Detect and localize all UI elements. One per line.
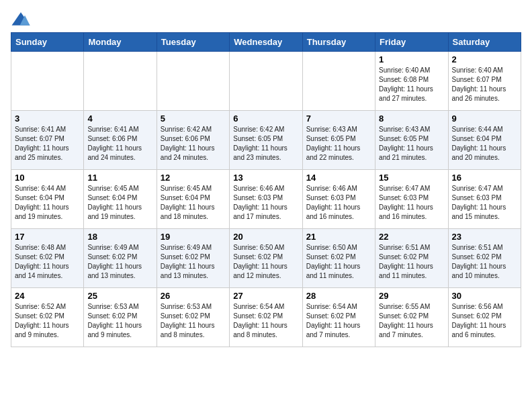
day-info: Sunrise: 6:51 AM Sunset: 6:02 PM Dayligh… (452, 243, 517, 281)
calendar-cell: 17Sunrise: 6:48 AM Sunset: 6:02 PM Dayli… (11, 229, 84, 288)
day-number: 5 (161, 113, 226, 124)
calendar-cell: 19Sunrise: 6:49 AM Sunset: 6:02 PM Dayli… (157, 229, 229, 288)
day-info: Sunrise: 6:44 AM Sunset: 6:04 PM Dayligh… (452, 125, 517, 163)
day-info: Sunrise: 6:50 AM Sunset: 6:02 PM Dayligh… (233, 243, 298, 281)
day-number: 16 (452, 173, 517, 183)
calendar-table: SundayMondayTuesdayWednesdayThursdayFrid… (11, 32, 521, 347)
day-number: 10 (15, 173, 80, 183)
calendar-week-row: 24Sunrise: 6:52 AM Sunset: 6:02 PM Dayli… (11, 288, 521, 347)
day-info: Sunrise: 6:44 AM Sunset: 6:04 PM Dayligh… (15, 184, 80, 222)
header-sunday: Sunday (11, 33, 84, 52)
day-number: 22 (379, 232, 444, 242)
day-number: 30 (452, 291, 517, 301)
calendar-cell: 2Sunrise: 6:40 AM Sunset: 6:07 PM Daylig… (448, 52, 521, 111)
day-info: Sunrise: 6:55 AM Sunset: 6:02 PM Dayligh… (379, 302, 444, 340)
day-number: 24 (15, 291, 80, 301)
calendar-cell (302, 52, 375, 111)
calendar-week-row: 17Sunrise: 6:48 AM Sunset: 6:02 PM Dayli… (11, 229, 521, 288)
calendar-cell: 7Sunrise: 6:43 AM Sunset: 6:05 PM Daylig… (302, 111, 375, 170)
day-info: Sunrise: 6:56 AM Sunset: 6:02 PM Dayligh… (452, 302, 517, 340)
day-info: Sunrise: 6:46 AM Sunset: 6:03 PM Dayligh… (233, 184, 298, 222)
calendar-cell: 20Sunrise: 6:50 AM Sunset: 6:02 PM Dayli… (230, 229, 302, 288)
day-number: 23 (452, 232, 517, 242)
calendar-cell: 23Sunrise: 6:51 AM Sunset: 6:02 PM Dayli… (448, 229, 521, 288)
calendar-cell: 6Sunrise: 6:42 AM Sunset: 6:05 PM Daylig… (230, 111, 302, 170)
calendar-cell: 28Sunrise: 6:54 AM Sunset: 6:02 PM Dayli… (302, 288, 375, 347)
header-wednesday: Wednesday (230, 33, 302, 52)
header-thursday: Thursday (302, 33, 375, 52)
day-number: 12 (161, 173, 226, 183)
day-info: Sunrise: 6:53 AM Sunset: 6:02 PM Dayligh… (161, 302, 226, 340)
day-number: 14 (306, 173, 371, 183)
calendar-cell: 14Sunrise: 6:46 AM Sunset: 6:03 PM Dayli… (302, 170, 375, 229)
calendar-cell: 4Sunrise: 6:41 AM Sunset: 6:06 PM Daylig… (84, 111, 157, 170)
day-number: 19 (161, 232, 226, 242)
calendar-cell: 1Sunrise: 6:40 AM Sunset: 6:08 PM Daylig… (375, 52, 448, 111)
calendar-week-row: 10Sunrise: 6:44 AM Sunset: 6:04 PM Dayli… (11, 170, 521, 229)
day-info: Sunrise: 6:54 AM Sunset: 6:02 PM Dayligh… (306, 302, 371, 340)
day-number: 13 (233, 173, 298, 183)
day-number: 18 (87, 232, 152, 242)
day-info: Sunrise: 6:49 AM Sunset: 6:02 PM Dayligh… (161, 243, 226, 281)
calendar-cell: 12Sunrise: 6:45 AM Sunset: 6:04 PM Dayli… (157, 170, 229, 229)
day-info: Sunrise: 6:40 AM Sunset: 6:08 PM Dayligh… (379, 66, 444, 103)
day-info: Sunrise: 6:47 AM Sunset: 6:03 PM Dayligh… (379, 184, 444, 222)
day-info: Sunrise: 6:41 AM Sunset: 6:07 PM Dayligh… (15, 125, 80, 163)
day-info: Sunrise: 6:40 AM Sunset: 6:07 PM Dayligh… (452, 66, 517, 103)
day-number: 4 (87, 113, 152, 124)
day-info: Sunrise: 6:43 AM Sunset: 6:05 PM Dayligh… (379, 125, 444, 163)
calendar-cell: 8Sunrise: 6:43 AM Sunset: 6:05 PM Daylig… (375, 111, 448, 170)
day-info: Sunrise: 6:48 AM Sunset: 6:02 PM Dayligh… (15, 243, 80, 281)
calendar-header-row: SundayMondayTuesdayWednesdayThursdayFrid… (11, 33, 521, 52)
day-number: 8 (379, 113, 444, 124)
day-info: Sunrise: 6:50 AM Sunset: 6:02 PM Dayligh… (306, 243, 371, 281)
day-number: 9 (452, 113, 517, 124)
calendar-cell: 24Sunrise: 6:52 AM Sunset: 6:02 PM Dayli… (11, 288, 84, 347)
page-header (11, 11, 521, 27)
logo-icon (11, 11, 31, 27)
day-number: 20 (233, 232, 298, 242)
calendar-cell: 22Sunrise: 6:51 AM Sunset: 6:02 PM Dayli… (375, 229, 448, 288)
day-number: 26 (161, 291, 226, 301)
calendar-cell: 10Sunrise: 6:44 AM Sunset: 6:04 PM Dayli… (11, 170, 84, 229)
day-number: 1 (379, 54, 444, 64)
header-saturday: Saturday (448, 33, 521, 52)
calendar-cell: 5Sunrise: 6:42 AM Sunset: 6:06 PM Daylig… (157, 111, 229, 170)
day-info: Sunrise: 6:41 AM Sunset: 6:06 PM Dayligh… (87, 125, 152, 163)
calendar-cell: 9Sunrise: 6:44 AM Sunset: 6:04 PM Daylig… (448, 111, 521, 170)
calendar-cell: 25Sunrise: 6:53 AM Sunset: 6:02 PM Dayli… (84, 288, 157, 347)
day-info: Sunrise: 6:43 AM Sunset: 6:05 PM Dayligh… (306, 125, 371, 163)
calendar-cell: 13Sunrise: 6:46 AM Sunset: 6:03 PM Dayli… (230, 170, 302, 229)
day-number: 3 (15, 113, 80, 124)
day-number: 2 (452, 54, 517, 64)
day-info: Sunrise: 6:45 AM Sunset: 6:04 PM Dayligh… (161, 184, 226, 222)
day-info: Sunrise: 6:42 AM Sunset: 6:06 PM Dayligh… (161, 125, 226, 163)
calendar-cell (11, 52, 84, 111)
calendar-cell: 11Sunrise: 6:45 AM Sunset: 6:04 PM Dayli… (84, 170, 157, 229)
day-info: Sunrise: 6:42 AM Sunset: 6:05 PM Dayligh… (233, 125, 298, 163)
header-monday: Monday (84, 33, 157, 52)
calendar-cell (157, 52, 229, 111)
day-number: 28 (306, 291, 371, 301)
header-friday: Friday (375, 33, 448, 52)
day-number: 15 (379, 173, 444, 183)
calendar-cell: 27Sunrise: 6:54 AM Sunset: 6:02 PM Dayli… (230, 288, 302, 347)
calendar-week-row: 3Sunrise: 6:41 AM Sunset: 6:07 PM Daylig… (11, 111, 521, 170)
calendar-cell: 16Sunrise: 6:47 AM Sunset: 6:03 PM Dayli… (448, 170, 521, 229)
calendar-cell: 30Sunrise: 6:56 AM Sunset: 6:02 PM Dayli… (448, 288, 521, 347)
day-number: 11 (87, 173, 152, 183)
calendar-cell: 26Sunrise: 6:53 AM Sunset: 6:02 PM Dayli… (157, 288, 229, 347)
day-info: Sunrise: 6:49 AM Sunset: 6:02 PM Dayligh… (87, 243, 152, 281)
calendar-cell: 21Sunrise: 6:50 AM Sunset: 6:02 PM Dayli… (302, 229, 375, 288)
day-number: 29 (379, 291, 444, 301)
day-number: 27 (233, 291, 298, 301)
day-info: Sunrise: 6:45 AM Sunset: 6:04 PM Dayligh… (87, 184, 152, 222)
day-info: Sunrise: 6:51 AM Sunset: 6:02 PM Dayligh… (379, 243, 444, 281)
day-info: Sunrise: 6:47 AM Sunset: 6:03 PM Dayligh… (452, 184, 517, 222)
calendar-cell: 15Sunrise: 6:47 AM Sunset: 6:03 PM Dayli… (375, 170, 448, 229)
calendar-cell: 29Sunrise: 6:55 AM Sunset: 6:02 PM Dayli… (375, 288, 448, 347)
day-info: Sunrise: 6:53 AM Sunset: 6:02 PM Dayligh… (87, 302, 152, 340)
calendar-week-row: 1Sunrise: 6:40 AM Sunset: 6:08 PM Daylig… (11, 52, 521, 111)
calendar-cell (230, 52, 302, 111)
day-number: 6 (233, 113, 298, 124)
